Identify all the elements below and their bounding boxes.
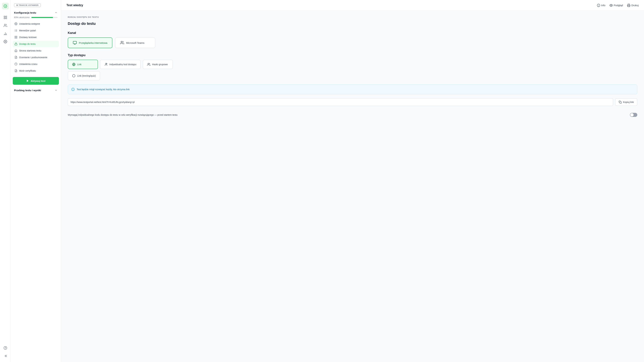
topbar-actions: Info Podgląd Drukuj — [597, 4, 639, 7]
svg-rect-19 — [15, 36, 16, 37]
sidebar-item-wzor[interactable]: Wzór certyfikatu — [13, 68, 59, 74]
print-icon — [627, 4, 630, 7]
sidebar: W TRAKCIE USTAWIEŃ Konfiguracja testu 83… — [11, 0, 61, 362]
grading-icon — [14, 56, 18, 59]
page-title: Test wiedzy — [66, 4, 83, 7]
toggle-knob — [630, 113, 634, 116]
sidebar-item-label: Dostęp do testu — [19, 42, 36, 45]
svg-point-12 — [16, 24, 16, 24]
print-label: Drukuj — [632, 4, 639, 7]
group-password-icon — [147, 63, 150, 66]
section-label: RODZAJ DOSTĘPU DO TESTU — [68, 16, 637, 18]
channel-browser[interactable]: Przeglądarka internetowa — [68, 38, 112, 48]
access-type-grid: Link Indywidualny kod dostępu Hasło grup… — [68, 60, 637, 69]
activate-button[interactable]: Aktywuj test — [13, 77, 59, 85]
sidebar-item-zestawy[interactable]: Zestawy testowe — [13, 34, 59, 40]
sidebar-item-label: Ustawienia czasu — [19, 63, 38, 66]
svg-rect-34 — [73, 41, 76, 44]
toggle-label: Wymagaj indywidualnego kodu dostępu do t… — [68, 114, 178, 116]
svg-rect-2 — [4, 18, 5, 19]
sidebar-item-label: Ustawienia wstępne — [19, 22, 40, 25]
sidebar-item-ocenianie[interactable]: Ocenianie i podsumowanie — [13, 54, 59, 60]
grid-nav-icon[interactable] — [2, 14, 9, 21]
url-row: Kopiuj link — [68, 98, 637, 106]
svg-rect-45 — [620, 102, 622, 104]
section2-header[interactable]: Przebieg testu i wyniki — [13, 87, 59, 93]
copy-link-button[interactable]: Kopiuj link — [615, 98, 637, 106]
svg-point-37 — [121, 41, 122, 42]
svg-point-4 — [4, 24, 5, 25]
svg-rect-3 — [6, 18, 6, 19]
svg-rect-33 — [628, 6, 630, 7]
sidebar-item-label: Strona startowa testu — [19, 49, 41, 52]
info-box: Test będzie mógł rozwiązać każdy, kto ot… — [68, 84, 637, 94]
logo-icon[interactable] — [2, 3, 9, 10]
sidebar-item-label: Zestawy testowe — [19, 36, 36, 38]
copy-btn-label: Kopiuj link — [623, 101, 634, 104]
access-password[interactable]: Hasło grupowe — [143, 60, 173, 69]
access-training[interactable]: Link (trening/quiz) — [68, 71, 100, 80]
individual-code-icon — [104, 63, 108, 66]
svg-rect-23 — [15, 44, 17, 45]
progress-label: 83% ukończono — [14, 16, 30, 18]
settings-nav-icon[interactable] — [2, 38, 9, 45]
access-type-title: Typ dostępu — [68, 54, 637, 57]
sidebar-item-strona[interactable]: Strona startowa testu — [13, 48, 59, 54]
users-nav-icon[interactable] — [2, 22, 9, 29]
svg-marker-28 — [27, 80, 29, 82]
questions-icon — [14, 29, 18, 32]
svg-rect-21 — [15, 38, 16, 38]
start-page-icon — [14, 49, 18, 52]
section-config-header[interactable]: Konfiguracja testu — [13, 10, 59, 16]
preview-button[interactable]: Podgląd — [610, 4, 623, 7]
settings-icon — [14, 22, 18, 25]
access-type-grid2: Link (trening/quiz) — [68, 71, 637, 80]
progress-row: 83% ukończono — [13, 16, 59, 20]
access-icon — [14, 42, 18, 46]
status-badge: W TRAKCIE USTAWIEŃ — [14, 3, 41, 7]
main-content: RODZAJ DOSTĘPU DO TESTU Dostęp do testu … — [61, 11, 644, 362]
chevron-up-icon — [54, 11, 58, 14]
svg-rect-1 — [6, 16, 6, 17]
copy-icon — [619, 100, 622, 104]
toggle-row: Wymagaj indywidualnego kodu dostępu do t… — [68, 110, 637, 120]
info-button[interactable]: Info — [597, 4, 606, 7]
sidebar-item-czas[interactable]: Ustawienia czasu — [13, 61, 59, 67]
info-circle-icon — [71, 88, 75, 91]
chart-nav-icon[interactable] — [2, 30, 9, 37]
teams-icon — [120, 41, 124, 45]
channel-teams-label: Microsoft Teams — [126, 42, 144, 44]
channel-teams[interactable]: Microsoft Teams — [115, 38, 155, 48]
progress-bar-fill — [31, 17, 53, 18]
toggle-switch[interactable] — [630, 113, 637, 117]
sets-icon — [14, 36, 18, 39]
sidebar-item-label: Wzór certyfikatu — [19, 70, 36, 72]
url-input[interactable] — [68, 98, 613, 106]
icon-rail — [0, 0, 11, 362]
access-link[interactable]: Link — [68, 60, 98, 69]
certificate-icon — [14, 69, 18, 72]
access-link-label: Link — [77, 63, 82, 66]
link-icon — [72, 63, 76, 66]
preview-icon — [610, 4, 613, 7]
info-label: Info — [601, 4, 606, 7]
time-icon — [14, 62, 18, 66]
sidebar-item-ustawienia[interactable]: Ustawienia wstępne — [13, 20, 59, 27]
channel-title: Kanał — [68, 31, 637, 35]
progress-bar-bg — [31, 17, 58, 18]
help-nav-icon[interactable] — [2, 344, 9, 351]
sidebar-item-menedzer[interactable]: Menedżer pytań — [13, 27, 59, 34]
sidebar-item-dostep[interactable]: Dostęp do testu — [13, 41, 59, 47]
back-nav-icon[interactable] — [2, 352, 9, 359]
svg-rect-20 — [16, 36, 17, 37]
sidebar-section2: Przebieg testu i wyniki — [11, 87, 61, 95]
preview-label: Podgląd — [614, 4, 623, 7]
svg-point-9 — [5, 41, 6, 42]
print-button[interactable]: Drukuj — [627, 4, 639, 7]
section2-title: Przebieg testu i wyniki — [14, 89, 41, 92]
svg-point-41 — [148, 63, 149, 64]
info-icon — [597, 4, 600, 7]
access-individual[interactable]: Indywidualny kod dostępu — [100, 60, 141, 69]
topbar: Test wiedzy Info Podgląd — [61, 0, 644, 11]
main-wrapper: Test wiedzy Info Podgląd — [61, 0, 644, 362]
